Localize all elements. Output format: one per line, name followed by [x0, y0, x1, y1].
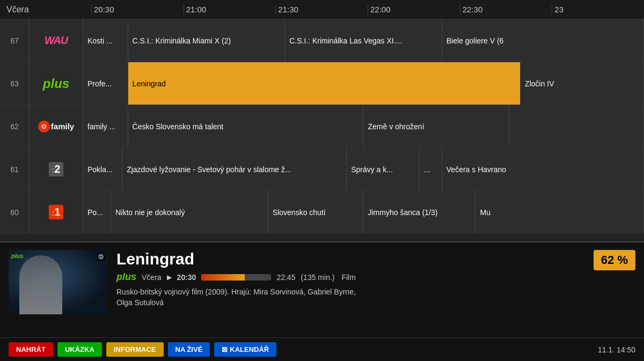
calendar-label: KALENDÁŘ — [230, 345, 269, 353]
timeslot-1: 20:30 — [91, 5, 184, 14]
program-block[interactable]: Slovensko chutí — [268, 191, 364, 233]
channel-row-62: 62 O family family ... Česko Slovensko m… — [0, 105, 644, 148]
detail-description: Rusko-britský vojnový film (2009). Hrajú… — [116, 287, 356, 308]
timeslot-5: 22:30 — [460, 5, 552, 14]
logo-1: :1 — [49, 205, 64, 219]
program-block[interactable]: Zjazdové lyžovanie - Svetový pohár v sla… — [122, 148, 347, 190]
detail-channel-row: plus Včera ▶ 20:30 22:45 (135 min.) Film — [116, 271, 356, 283]
timeline-slots: 20:30 21:00 21:30 22:00 22:30 23 — [91, 5, 644, 14]
program-block[interactable]: ... — [420, 148, 442, 190]
calendar-icon: ⊠ — [222, 345, 228, 353]
thumbnail-image: plus ⑬ — [9, 250, 108, 314]
preview-button[interactable]: UKÁZKA — [57, 342, 102, 357]
thumbnail-channel-logo: plus — [11, 253, 24, 259]
channel-number-60: 60 — [0, 191, 30, 233]
datetime-display: 11.1. 14:50 — [598, 345, 635, 354]
channel-number-67: 67 — [0, 19, 30, 62]
program-block[interactable]: family ... — [83, 105, 128, 148]
programs-area-60: Po... Nikto nie je dokonalý Slovensko ch… — [83, 191, 644, 233]
detail-info: Leningrad plus Včera ▶ 20:30 22:45 (135 … — [116, 250, 635, 330]
program-block[interactable]: Nikto nie je dokonalý — [111, 191, 268, 233]
channel-row-67: 67 WAU Kosti ... C.S.I.: Kriminálka Miam… — [0, 19, 644, 62]
programs-area-62: family ... Česko Slovensko má talent Zem… — [83, 105, 644, 148]
program-block[interactable]: Kosti ... — [83, 19, 128, 62]
detail-genre: Film — [341, 273, 355, 282]
program-block[interactable] — [509, 105, 644, 148]
channel-row-60: 60 :1 Po... Nikto nie je dokonalý Sloven… — [0, 191, 644, 234]
channel-logo-wau: WAU — [30, 19, 83, 62]
program-block-leningrad[interactable]: Leningrad — [128, 62, 521, 105]
timeline-date: Včera — [0, 5, 91, 14]
logo-2: :2 — [49, 162, 64, 176]
program-block[interactable]: Správy a k... — [347, 148, 420, 190]
channel-row-63: 63 plus Profe... Leningrad Zločin IV — [0, 62, 644, 105]
program-block[interactable]: Biele goliere V (6 — [442, 19, 644, 62]
program-block[interactable]: Profe... — [83, 62, 128, 105]
channel-logo-plus: plus — [30, 62, 83, 105]
timeslot-2: 21:00 — [184, 5, 276, 14]
detail-duration: (135 min.) — [301, 273, 334, 282]
channel-row-61: 61 :2 Pokla... Zjazdové lyžovanie - Svet… — [0, 148, 644, 191]
program-block[interactable]: C.S.I.: Kriminálka Las Vegas XI.... — [285, 19, 442, 62]
progress-bar — [201, 274, 271, 281]
detail-content: plus ⑬ Leningrad plus Včera ▶ 20:30 — [0, 242, 644, 337]
thumbnail-figure — [19, 255, 62, 314]
percent-badge: 62 % — [594, 250, 635, 270]
play-icon: ▶ — [167, 274, 172, 281]
program-block[interactable]: Země v ohrožení — [363, 105, 509, 148]
programs-area-67: Kosti ... C.S.I.: Kriminálka Miami X (2)… — [83, 19, 644, 62]
wau-logo: WAU — [45, 34, 68, 47]
channel-logo-1: :1 — [30, 191, 83, 233]
timeslot-6: 23 — [552, 5, 644, 14]
program-block[interactable]: Jimmyho šanca (1/3) — [363, 191, 475, 233]
family-logo: O family — [38, 121, 74, 132]
programs-area-63: Profe... Leningrad Zločin IV — [83, 62, 644, 105]
record-button[interactable]: NAHRÁT — [9, 342, 53, 357]
program-block[interactable]: Po... — [83, 191, 111, 233]
detail-end-time: 22:45 — [276, 273, 295, 282]
detail-panel: plus ⑬ Leningrad plus Včera ▶ 20:30 — [0, 241, 644, 361]
action-bar: NAHRÁT UKÁZKA INFORMACE NA ŽIVÉ ⊠ KALEND… — [0, 337, 644, 361]
channel-logo-family: O family — [30, 105, 83, 148]
progress-fill — [201, 274, 245, 281]
timeline-header: Včera 20:30 21:00 21:30 22:00 22:30 23 — [0, 0, 644, 19]
channel-number-62: 62 — [0, 105, 30, 148]
family-text: family — [51, 122, 74, 131]
channel-number-63: 63 — [0, 62, 30, 105]
calendar-button[interactable]: ⊠ KALENDÁŘ — [214, 342, 276, 357]
timeslot-4: 22:00 — [368, 5, 460, 14]
program-block[interactable]: Večera s Havrano — [442, 148, 644, 190]
detail-thumbnail: plus ⑬ — [9, 250, 108, 314]
programs-area-61: Pokla... Zjazdové lyžovanie - Svetový po… — [83, 148, 644, 190]
program-block[interactable]: Mu — [475, 191, 644, 233]
program-block[interactable]: Zločin IV — [521, 62, 644, 105]
detail-title: Leningrad — [116, 250, 356, 268]
family-circle-icon: O — [38, 121, 50, 132]
channel-logo-2: :2 — [30, 148, 83, 190]
plus-logo: plus — [43, 76, 69, 91]
detail-date: Včera — [142, 273, 162, 282]
program-block[interactable]: Česko Slovensko má talent — [128, 105, 364, 148]
program-block[interactable]: Pokla... — [83, 148, 122, 190]
progress-bar-container — [201, 274, 271, 281]
timeslot-3: 21:30 — [275, 5, 368, 14]
thumbnail-rating-badge: ⑬ — [97, 253, 105, 261]
program-block[interactable]: C.S.I.: Kriminálka Miami X (2) — [128, 19, 286, 62]
info-button[interactable]: INFORMACE — [106, 342, 164, 357]
channel-number-61: 61 — [0, 148, 30, 190]
detail-channel-logo: plus — [116, 271, 136, 283]
live-button[interactable]: NA ŽIVÉ — [168, 342, 210, 357]
detail-start-time: 20:30 — [177, 273, 196, 282]
